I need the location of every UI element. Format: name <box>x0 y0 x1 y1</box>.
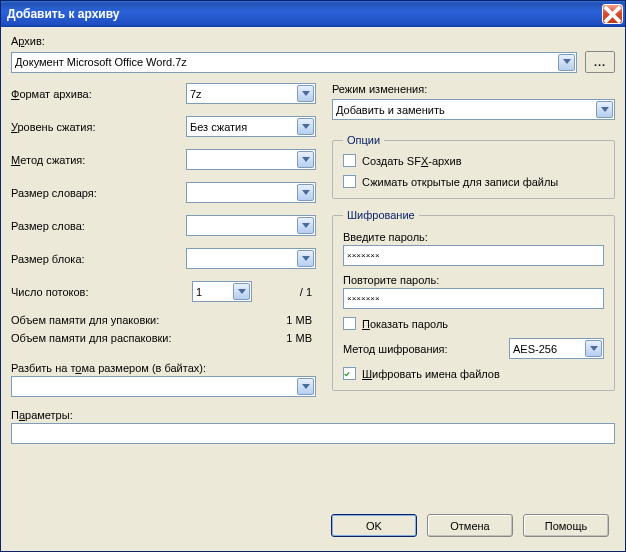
pw1-label: Введите пароль: <box>343 231 604 243</box>
method-label: Метод сжатия: <box>11 154 186 166</box>
chevron-down-icon <box>601 107 609 113</box>
split-combo[interactable] <box>11 376 316 397</box>
pw2-input[interactable]: ××××××× <box>343 288 604 309</box>
mem-unpack-label: Объем памяти для распаковки: <box>11 332 256 344</box>
right-column: Режим изменения: Добавить и заменить Опц… <box>332 83 615 401</box>
method-combo[interactable] <box>186 149 316 170</box>
showpw-label: Показать пароль <box>362 318 448 330</box>
enc-method-combo[interactable]: AES-256 <box>509 338 604 359</box>
dict-combo[interactable] <box>186 182 316 203</box>
chevron-down-icon <box>302 190 310 196</box>
mem-pack-value: 1 MB <box>256 314 316 326</box>
chevron-down-icon <box>302 256 310 262</box>
format-label: Формат архива: <box>11 88 186 100</box>
sfx-checkbox[interactable] <box>343 154 356 167</box>
threads-dropdown-button[interactable] <box>233 283 250 300</box>
word-combo[interactable] <box>186 215 316 236</box>
archive-label: Архив: <box>11 35 615 47</box>
block-combo[interactable] <box>186 248 316 269</box>
dialog-footer: OK Отмена Помощь <box>11 506 615 547</box>
mode-combo[interactable]: Добавить и заменить <box>332 99 615 120</box>
split-dropdown-button[interactable] <box>297 378 314 395</box>
format-dropdown-button[interactable] <box>297 85 314 102</box>
word-label: Размер слова: <box>11 220 186 232</box>
params-input[interactable] <box>11 423 615 444</box>
chevron-down-icon <box>302 384 310 390</box>
openfiles-checkbox[interactable] <box>343 175 356 188</box>
sfx-label: Создать SFX-архив <box>362 155 462 167</box>
mode-dropdown-button[interactable] <box>596 101 613 118</box>
encrypt-names-checkbox[interactable] <box>343 367 356 380</box>
dialog-window: Добавить к архиву Архив: Документ Micros… <box>0 0 626 552</box>
params-label: Параметры: <box>11 409 615 421</box>
ok-button[interactable]: OK <box>331 514 417 537</box>
method-dropdown-button[interactable] <box>297 151 314 168</box>
options-legend: Опции <box>343 134 384 146</box>
chevron-down-icon <box>590 346 598 352</box>
chevron-down-icon <box>302 223 310 229</box>
threads-max: / 1 <box>252 286 316 298</box>
mem-unpack-value: 1 MB <box>256 332 316 344</box>
block-dropdown-button[interactable] <box>297 250 314 267</box>
check-icon <box>344 369 350 379</box>
close-button[interactable] <box>602 4 623 24</box>
browse-button[interactable]: ... <box>585 51 615 73</box>
showpw-checkbox[interactable] <box>343 317 356 330</box>
openfiles-label: Сжимать открытые для записи файлы <box>362 176 558 188</box>
mem-pack-label: Объем памяти для упаковки: <box>11 314 256 326</box>
left-column: Формат архива: 7z Уровень сжатия: Без сж… <box>11 83 316 401</box>
threads-label: Число потоков: <box>11 286 192 298</box>
chevron-down-icon <box>302 91 310 97</box>
pw2-label: Повторите пароль: <box>343 274 604 286</box>
archive-dropdown-button[interactable] <box>558 54 575 71</box>
level-combo[interactable]: Без сжатия <box>186 116 316 137</box>
level-label: Уровень сжатия: <box>11 121 186 133</box>
chevron-down-icon <box>563 59 571 65</box>
enc-method-label: Метод шифрования: <box>343 343 501 355</box>
help-button[interactable]: Помощь <box>523 514 609 537</box>
split-label: Разбить на тома размером (в байтах): <box>11 362 316 374</box>
threads-combo[interactable]: 1 <box>192 281 252 302</box>
titlebar: Добавить к архиву <box>1 1 625 27</box>
format-combo[interactable]: 7z <box>186 83 316 104</box>
encrypt-names-label: Шифровать имена файлов <box>362 368 500 380</box>
chevron-down-icon <box>302 124 310 130</box>
encryption-legend: Шифрование <box>343 209 419 221</box>
chevron-down-icon <box>302 157 310 163</box>
window-title: Добавить к архиву <box>7 7 602 21</box>
mode-label: Режим изменения: <box>332 83 615 95</box>
encryption-group: Шифрование Введите пароль: ××××××× Повто… <box>332 209 615 391</box>
options-group: Опции Создать SFX-архив Сжимать открытые… <box>332 134 615 199</box>
archive-path-value: Документ Microsoft Office Word.7z <box>15 56 187 68</box>
chevron-down-icon <box>238 289 246 295</box>
dict-dropdown-button[interactable] <box>297 184 314 201</box>
dict-label: Размер словаря: <box>11 187 186 199</box>
level-dropdown-button[interactable] <box>297 118 314 135</box>
block-label: Размер блока: <box>11 253 186 265</box>
archive-path-combo[interactable]: Документ Microsoft Office Word.7z <box>11 52 577 73</box>
dialog-content: Архив: Документ Microsoft Office Word.7z… <box>1 27 625 551</box>
word-dropdown-button[interactable] <box>297 217 314 234</box>
close-icon <box>603 5 622 24</box>
cancel-button[interactable]: Отмена <box>427 514 513 537</box>
enc-method-dropdown-button[interactable] <box>585 340 602 357</box>
pw1-input[interactable]: ××××××× <box>343 245 604 266</box>
